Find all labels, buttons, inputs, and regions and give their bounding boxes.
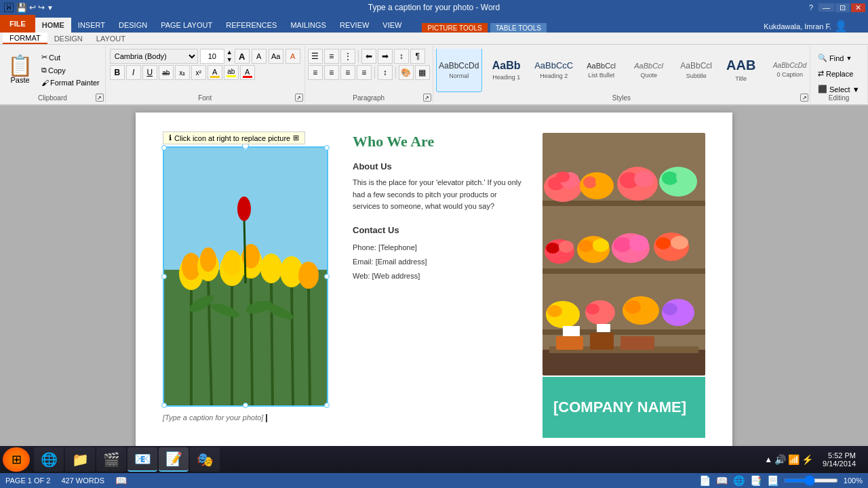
- taskbar-explorer-btn[interactable]: 📁: [65, 447, 95, 472]
- find-button[interactable]: 🔍 Find ▼: [814, 52, 863, 64]
- decrease-indent-btn[interactable]: ⬅: [361, 49, 376, 64]
- handle-mr[interactable]: [324, 274, 330, 279]
- show-marks-btn[interactable]: ¶: [410, 49, 425, 64]
- mailings-tab[interactable]: MAILINGS: [283, 18, 333, 33]
- font-family-select[interactable]: Cambria (Body): [110, 49, 198, 64]
- show-desktop-btn[interactable]: [863, 447, 865, 472]
- font-color-btn[interactable]: A: [208, 65, 222, 80]
- bold-button[interactable]: B: [110, 65, 125, 80]
- multilevel-button[interactable]: ⋮: [340, 49, 355, 64]
- format-painter-button[interactable]: 🖌 Format Painter: [39, 77, 102, 88]
- replace-picture-icon[interactable]: ⊞: [293, 134, 299, 142]
- superscript-button[interactable]: x²: [191, 65, 206, 80]
- shrink-font-button[interactable]: A: [252, 49, 267, 64]
- proofing-icon[interactable]: 📖: [115, 475, 127, 486]
- handle-tl[interactable]: [161, 145, 167, 150]
- taskbar-ie-btn[interactable]: 🌐: [34, 447, 64, 472]
- sort-btn[interactable]: ↕: [394, 49, 409, 64]
- copy-button[interactable]: ⧉ Copy: [39, 64, 102, 76]
- restore-button[interactable]: ⊡: [835, 3, 850, 12]
- strikethrough-button[interactable]: ab: [159, 65, 174, 80]
- underline-button[interactable]: U: [142, 65, 157, 80]
- style-normal-item[interactable]: AaBbCcDd Normal: [436, 49, 482, 92]
- style-title-item[interactable]: AAB Title: [721, 49, 762, 92]
- style-heading2-item[interactable]: AaBbCcC Heading 2: [531, 49, 577, 92]
- line-spacing-btn[interactable]: ↕: [378, 65, 393, 80]
- view-reading-btn[interactable]: 📖: [716, 475, 728, 486]
- align-left-btn[interactable]: ≡: [308, 65, 323, 80]
- align-center-btn[interactable]: ≡: [324, 65, 339, 80]
- start-button[interactable]: ⊞: [3, 447, 30, 472]
- close-button[interactable]: ✕: [851, 3, 865, 12]
- taskbar-word-btn[interactable]: 📝: [159, 447, 189, 472]
- view-web-btn[interactable]: 🌐: [733, 475, 745, 486]
- justify-btn[interactable]: ≡: [357, 65, 372, 80]
- style-quote-item[interactable]: AaBbCcl Quote: [626, 49, 672, 92]
- home-tab[interactable]: HOME: [35, 18, 71, 33]
- para-expand-btn[interactable]: ↗: [423, 94, 431, 102]
- view-tab[interactable]: VIEW: [376, 18, 408, 33]
- page-layout-tab[interactable]: PAGE LAYOUT: [154, 18, 219, 33]
- clear-format-button[interactable]: Aa: [269, 49, 283, 64]
- styles-expand-btn[interactable]: ↗: [800, 94, 808, 102]
- taskbar-media-btn[interactable]: 🎬: [96, 447, 126, 472]
- grow-font-button[interactable]: A: [235, 49, 250, 64]
- font-size-decrease[interactable]: ▼: [226, 56, 233, 64]
- image-container[interactable]: [163, 146, 328, 407]
- borders-btn[interactable]: ▦: [415, 65, 430, 80]
- cut-button[interactable]: ✂ Cut: [39, 52, 102, 63]
- handle-bm[interactable]: [243, 403, 248, 408]
- align-right-btn[interactable]: ≡: [340, 65, 355, 80]
- zoom-slider[interactable]: [784, 479, 838, 483]
- style-subtitle-item[interactable]: AaBbCcl Subtitle: [673, 49, 719, 92]
- minimize-button[interactable]: —: [818, 3, 834, 12]
- increase-indent-btn[interactable]: ➡: [378, 49, 393, 64]
- highlight-btn[interactable]: ab: [224, 65, 239, 80]
- paste-button[interactable]: 📋 Paste: [3, 47, 37, 92]
- design-tab[interactable]: DESIGN: [112, 18, 154, 33]
- format-subtab[interactable]: FORMAT: [3, 33, 47, 44]
- font-size-increase[interactable]: ▲: [226, 49, 233, 56]
- shading-btn[interactable]: 🎨: [399, 65, 414, 80]
- help-icon[interactable]: ?: [805, 3, 817, 12]
- numbering-button[interactable]: ≡: [324, 49, 339, 64]
- handle-bl[interactable]: [161, 403, 167, 408]
- view-draft-btn[interactable]: 📃: [767, 475, 778, 486]
- view-outline-btn[interactable]: 📑: [750, 475, 762, 486]
- font-expand-btn[interactable]: ↗: [295, 94, 303, 102]
- clock-display[interactable]: 5:52 PM 9/14/2014: [817, 451, 861, 468]
- style-heading1-item[interactable]: AaBb Heading 1: [484, 49, 530, 92]
- review-tab[interactable]: REVIEW: [333, 18, 376, 33]
- view-normal-btn[interactable]: 📄: [699, 475, 711, 486]
- layout-subtab[interactable]: LAYOUT: [90, 33, 132, 44]
- references-tab[interactable]: REFERENCES: [219, 18, 283, 33]
- style-caption-item[interactable]: AaBbCcDd 0 Caption: [763, 49, 807, 92]
- file-tab[interactable]: FILE: [0, 15, 35, 33]
- insert-tab[interactable]: INSERT: [71, 18, 112, 33]
- subscript-button[interactable]: x₂: [175, 65, 190, 80]
- save-button[interactable]: 💾: [16, 3, 27, 13]
- italic-button[interactable]: I: [126, 65, 141, 80]
- redo-button[interactable]: ↪: [38, 3, 45, 12]
- text-highlight-button[interactable]: A: [285, 49, 300, 64]
- style-listbullet-item[interactable]: AaBbCcl List Bullet: [578, 49, 625, 92]
- design-subtab[interactable]: DESIGN: [47, 33, 90, 44]
- taskbar-extra-btn[interactable]: 🎭: [190, 447, 220, 472]
- tray-show-btn[interactable]: ▲: [764, 455, 772, 464]
- handle-ml[interactable]: [161, 274, 167, 279]
- more-button[interactable]: ▼: [47, 4, 54, 12]
- svg-line-20: [244, 216, 245, 283]
- handle-br[interactable]: [324, 403, 330, 408]
- replace-button[interactable]: ⇄ Replace: [814, 67, 863, 80]
- taskbar-outlook-btn[interactable]: 📧: [127, 447, 157, 472]
- image-caption[interactable]: [Type a caption for your photo]: [163, 413, 332, 422]
- font-color-btn2[interactable]: A: [240, 65, 255, 80]
- title-bar: 🇼 💾 ↩ ↪ ▼ Type a caption for your photo …: [0, 0, 868, 15]
- bullets-button[interactable]: ☰: [308, 49, 323, 64]
- font-controls: Cambria (Body) ▲ ▼ A A Aa A B I U: [110, 49, 300, 89]
- handle-tr[interactable]: [324, 145, 330, 150]
- undo-button[interactable]: ↩: [29, 3, 36, 12]
- font-size-input[interactable]: [200, 49, 224, 64]
- phone-value: [Telephone]: [378, 243, 417, 251]
- clipboard-expand-btn[interactable]: ↗: [96, 94, 104, 102]
